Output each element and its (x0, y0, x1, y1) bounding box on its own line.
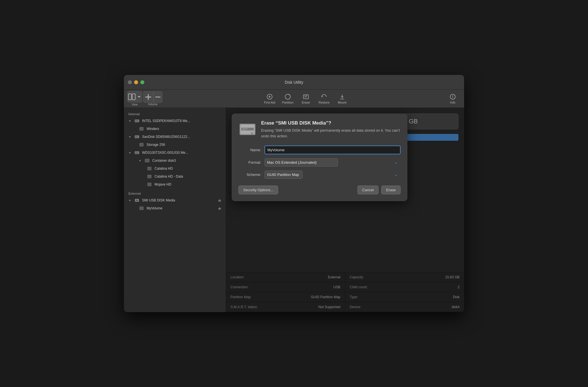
partition-button[interactable]: Partition (280, 93, 296, 104)
remove-volume-button[interactable] (153, 91, 162, 103)
eject-icon-myvolume[interactable]: ⏏ (218, 206, 221, 210)
main-panel: Erase “SMI USB DISK Media”? Erasing “SMI… (226, 108, 464, 312)
sidebar-item-sandisk[interactable]: ▼ SanDisk SD8SN8U256G1122... (124, 133, 226, 141)
volume-icon (147, 166, 152, 171)
btn-group-right: Cancel Erase (358, 186, 401, 194)
dialog-buttons: Security Options... Cancel Erase (238, 186, 401, 194)
scheme-label: Scheme: (238, 173, 261, 177)
name-row: Name: (238, 146, 401, 154)
sidebar-item-winders[interactable]: Winders (134, 125, 226, 133)
sidebar-item-myvolume[interactable]: MyVolume ⏏ (134, 204, 226, 212)
restore-button[interactable]: Restore (316, 93, 332, 104)
name-label: Name: (238, 148, 261, 152)
sidebar-item-storage256[interactable]: Storage 256 (134, 141, 226, 149)
internal-section-label: Internal (124, 111, 226, 117)
volume-label: Volume (148, 103, 157, 106)
svg-rect-33 (148, 175, 151, 178)
external-section-label: External (124, 191, 226, 196)
sidebar-item-intel-ssd[interactable]: ▼ INTEL SSDPEKNW010T8 Me... (124, 117, 226, 125)
toolbar-center: First Aid Partition Erase (262, 93, 350, 104)
volume-icon (139, 205, 144, 211)
toolbar: View Volume (124, 90, 464, 108)
sidebar-item-catalina-hd[interactable]: Catalina HD (142, 165, 226, 173)
sandisk-label: SanDisk SD8SN8U256G1122... (142, 135, 190, 139)
close-button[interactable] (128, 80, 132, 84)
dialog-text: Erase “SMI USB DISK Media”? Erasing “SMI… (261, 120, 401, 139)
usb-disk-icon (134, 197, 140, 203)
disk-icon (134, 134, 140, 140)
container-disk3-label: Container disk3 (152, 159, 176, 163)
format-select-wrapper: Mac OS Extended (Journaled) Mac OS Exten… (265, 158, 401, 167)
sidebar: Internal ▼ INTEL SSDPEKNW010T8 Me... (124, 108, 226, 312)
name-input[interactable] (265, 146, 401, 154)
cancel-button[interactable]: Cancel (358, 186, 378, 194)
svg-rect-29 (145, 159, 149, 162)
view-dropdown-button[interactable] (136, 91, 142, 102)
disk-icon (134, 118, 140, 124)
storage256-label: Storage 256 (147, 143, 165, 147)
svg-rect-9 (303, 95, 308, 99)
mount-label: Mount (338, 101, 347, 104)
scheme-select[interactable]: GUID Partition Map Master Boot Record Ap… (265, 171, 303, 179)
sidebar-item-container-disk3[interactable]: ▼ Container disk3 (134, 157, 226, 165)
mount-button[interactable]: Mount (334, 93, 350, 104)
expand-arrow: ▼ (128, 199, 132, 202)
mojave-hd-label: Mojave HD (155, 182, 171, 186)
security-options-button[interactable]: Security Options... (238, 186, 278, 194)
disk-icon (134, 150, 140, 155)
sidebar-item-mojave-hd[interactable]: Mojave HD (142, 180, 226, 188)
disk-utility-window: Disk Utility View (124, 75, 464, 312)
svg-rect-38 (136, 200, 138, 201)
scheme-select-wrapper: GUID Partition Map Master Boot Record Ap… (265, 171, 401, 179)
svg-rect-19 (140, 127, 143, 130)
window-title: Disk Utility (285, 80, 303, 85)
expand-arrow: ▼ (128, 135, 132, 138)
scheme-row: Scheme: GUID Partition Map Master Boot R… (238, 171, 401, 179)
erase-dialog: Erase “SMI USB DISK Media”? Erasing “SMI… (232, 113, 407, 201)
volume-icon (139, 126, 144, 132)
intel-ssd-label: INTEL SSDPEKNW010T8 Me... (142, 119, 190, 123)
first-aid-label: First Aid (264, 101, 275, 104)
erase-button[interactable]: Erase (298, 93, 314, 104)
svg-rect-24 (140, 143, 143, 146)
svg-point-22 (138, 136, 139, 137)
svg-point-27 (138, 152, 139, 153)
svg-rect-46 (242, 128, 248, 129)
format-select[interactable]: Mac OS Extended (Journaled) Mac OS Exten… (265, 158, 338, 167)
svg-point-17 (138, 121, 139, 121)
sidebar-item-wds100[interactable]: ▼ WDS100T3X0C-00SJG0 Me... (124, 149, 226, 157)
main-content: Internal ▼ INTEL SSDPEKNW010T8 Me... (124, 108, 464, 312)
svg-rect-44 (241, 128, 254, 131)
view-group: View (127, 91, 142, 106)
svg-rect-47 (242, 129, 246, 130)
wds100-label: WDS100T3X0C-00SJG0 Me... (142, 151, 188, 155)
svg-rect-1 (132, 94, 136, 100)
erase-button[interactable]: Erase (381, 186, 401, 194)
erase-label: Erase (302, 101, 310, 104)
svg-rect-40 (140, 207, 143, 210)
winders-label: Winders (147, 127, 159, 131)
add-volume-button[interactable] (143, 91, 153, 103)
smi-usb-label: SMI USB DISK Media (142, 198, 216, 202)
dialog-title: Erase “SMI USB DISK Media”? (261, 120, 401, 126)
svg-rect-0 (128, 94, 132, 100)
info-button[interactable]: Info (445, 93, 461, 104)
sidebar-item-smi-usb[interactable]: ▼ SMI USB DISK Media ⏏ (124, 196, 226, 204)
catalina-hd-data-label: Catalina HD - Data (155, 174, 183, 178)
eject-icon-smi[interactable]: ⏏ (218, 198, 221, 202)
view-sidebar-button[interactable] (127, 91, 136, 102)
myvolume-label: MyVolume (147, 206, 216, 210)
minimize-button[interactable] (134, 80, 138, 84)
dialog-form: Name: Format: Mac OS Extended (Journaled… (238, 146, 401, 179)
info-label: Info (450, 101, 455, 104)
first-aid-button[interactable]: First Aid (262, 93, 278, 104)
dialog-overlay: Erase “SMI USB DISK Media”? Erasing “SMI… (226, 108, 464, 312)
expand-arrow: ▼ (128, 119, 132, 123)
format-label: Format: (238, 160, 261, 165)
restore-label: Restore (319, 101, 330, 104)
titlebar: Disk Utility (124, 75, 464, 90)
maximize-button[interactable] (140, 80, 144, 84)
expand-arrow: ▼ (139, 159, 142, 162)
sidebar-item-catalina-hd-data[interactable]: Catalina HD - Data (142, 173, 226, 180)
view-label: View (132, 103, 138, 106)
